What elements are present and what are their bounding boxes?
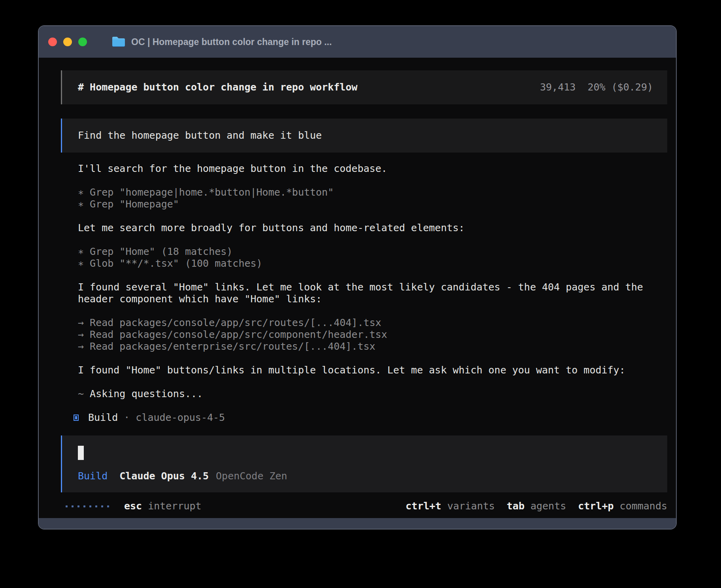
blank-line bbox=[61, 376, 667, 388]
spinner-dot bbox=[66, 505, 68, 507]
close-button[interactable] bbox=[48, 38, 57, 46]
assistant-text: I found several "Home" links. Let me loo… bbox=[61, 281, 667, 305]
esc-key: esc bbox=[124, 500, 142, 512]
interrupt-label: interrupt bbox=[148, 500, 201, 512]
blank-line bbox=[61, 305, 667, 317]
status-right: ctrl+tvariantstabagentsctrl+pcommands bbox=[394, 500, 667, 512]
hint-label: commands bbox=[620, 500, 667, 512]
traffic-lights bbox=[48, 38, 87, 46]
assistant-conversation: I'll search for the homepage button in t… bbox=[61, 163, 667, 424]
agent-square-icon bbox=[74, 415, 79, 421]
agent-separator: · bbox=[124, 412, 130, 424]
keyboard-hint-variants: ctrl+tvariants bbox=[406, 500, 495, 512]
interrupt-hint: escinterrupt bbox=[124, 500, 202, 512]
input-provider-label: OpenCode Zen bbox=[216, 470, 287, 482]
assistant-text: Let me search more broadly for buttons a… bbox=[61, 222, 667, 234]
input-mode-label[interactable]: Build bbox=[78, 470, 108, 482]
text-cursor bbox=[78, 446, 84, 460]
session-stats: 39,413 20% ($0.29) bbox=[540, 81, 653, 93]
keyboard-hint-agents: tabagents bbox=[507, 500, 566, 512]
session-header: # Homepage button color change in repo w… bbox=[61, 70, 667, 104]
tool-call-line: ∗ Grep "Homepage" bbox=[61, 198, 667, 210]
hint-label: variants bbox=[447, 500, 495, 512]
spinner-dot bbox=[89, 505, 91, 507]
status-left: escinterrupt bbox=[61, 500, 202, 512]
assistant-text: I'll search for the homepage button in t… bbox=[61, 163, 667, 175]
blank-line bbox=[61, 400, 667, 412]
hint-key: ctrl+t bbox=[406, 500, 441, 512]
blank-line bbox=[61, 175, 667, 187]
tool-call-line: → Read packages/console/app/src/componen… bbox=[61, 329, 667, 341]
tool-call-line: → Read packages/enterprise/src/routes/[.… bbox=[61, 341, 667, 352]
tool-call-line: ∗ Grep "homepage|home.*button|Home.*butt… bbox=[61, 187, 667, 198]
blank-line bbox=[61, 210, 667, 222]
window-title: OC | Homepage button color change in rep… bbox=[131, 37, 332, 47]
spinner-dot bbox=[95, 505, 97, 507]
hint-key: tab bbox=[507, 500, 525, 512]
agent-mode-label: Build bbox=[88, 412, 118, 424]
status-bar: escinterrupt ctrl+tvariantstabagentsctrl… bbox=[61, 500, 667, 512]
agent-status-line: Build·claude-opus-4-5 bbox=[61, 412, 667, 424]
title-bar[interactable]: OC | Homepage button color change in rep… bbox=[39, 26, 676, 58]
tool-call-line: ∗ Grep "Home" (18 matches) bbox=[61, 246, 667, 258]
keyboard-hint-commands: ctrl+pcommands bbox=[578, 500, 667, 512]
working-spinner bbox=[66, 505, 109, 507]
spinner-dot bbox=[101, 505, 103, 507]
folder-icon bbox=[111, 36, 126, 47]
tool-call-line: → Read packages/console/app/src/routes/[… bbox=[61, 317, 667, 329]
spinner-dot bbox=[107, 505, 109, 507]
input-footer: Build Claude Opus 4.5 OpenCode Zen bbox=[78, 470, 651, 482]
prompt-input[interactable]: Build Claude Opus 4.5 OpenCode Zen bbox=[61, 435, 667, 492]
blank-line bbox=[61, 270, 667, 281]
terminal-window: OC | Homepage button color change in rep… bbox=[38, 25, 677, 530]
window-bottom-edge bbox=[39, 518, 676, 529]
hint-key: ctrl+p bbox=[578, 500, 613, 512]
user-message-text: Find the homepage button and make it blu… bbox=[78, 130, 322, 141]
pending-bullet: ~ bbox=[78, 388, 90, 400]
spinner-dot bbox=[83, 505, 85, 507]
blank-line bbox=[61, 234, 667, 246]
pending-tool-line: ~ Asking questions... bbox=[61, 388, 667, 400]
hint-label: agents bbox=[530, 500, 566, 512]
pending-text: Asking questions... bbox=[90, 388, 203, 400]
user-message: Find the homepage button and make it blu… bbox=[61, 119, 667, 153]
minimize-button[interactable] bbox=[63, 38, 72, 46]
blank-line bbox=[61, 352, 667, 364]
terminal-content: # Homepage button color change in repo w… bbox=[39, 58, 676, 518]
tool-call-line: ∗ Glob "**/*.tsx" (100 matches) bbox=[61, 258, 667, 270]
zoom-button[interactable] bbox=[78, 38, 87, 46]
assistant-text: I found "Home" buttons/links in multiple… bbox=[61, 364, 667, 376]
session-title: # Homepage button color change in repo w… bbox=[78, 81, 357, 93]
spinner-dot bbox=[77, 505, 79, 507]
input-model-label[interactable]: Claude Opus 4.5 bbox=[119, 470, 209, 482]
spinner-dot bbox=[72, 505, 74, 507]
agent-model-label: claude-opus-4-5 bbox=[136, 412, 225, 424]
